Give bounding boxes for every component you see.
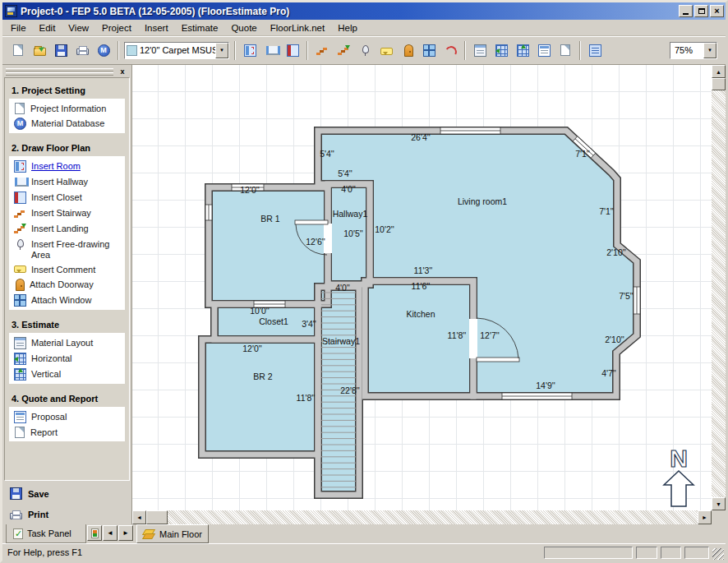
main-floor-label: Main Floor	[159, 529, 202, 539]
sidebar-item-material-layout[interactable]: Material Layout	[9, 335, 125, 351]
scroll-left-button[interactable]: ◄	[132, 510, 146, 524]
sidebar-item-vertical[interactable]: Vertical	[9, 367, 125, 382]
app-window: Project-0 - FEP 5.0 BETA (12-05-2005) (F…	[0, 0, 728, 563]
tab-main-floor[interactable]: Main Floor	[136, 524, 209, 543]
chevron-down-icon[interactable]: ▼	[703, 43, 716, 58]
material-select[interactable]: 12'0" Carpet MSUS▼	[124, 42, 229, 59]
menu-item-estimate[interactable]: Estimate	[175, 21, 225, 35]
menu-item-help[interactable]: Help	[331, 21, 364, 35]
canvas-area: 26'4''5'4''5'4''12'0''4'0''Living room17…	[132, 65, 726, 524]
tab-task-panel[interactable]: Task Panel	[6, 524, 86, 543]
new-button[interactable]	[7, 39, 29, 61]
sidebar-item-label: Insert Comment	[31, 264, 95, 275]
attach-window-icon	[423, 44, 435, 57]
print-button[interactable]	[71, 39, 93, 61]
sidebar-item-report[interactable]: Report	[9, 425, 125, 440]
menu-item-floorlink-net[interactable]: FloorLink.net	[264, 21, 331, 35]
scroll-right-button[interactable]: ►	[698, 510, 712, 524]
horizontal-scroll-thumb[interactable]	[146, 510, 168, 524]
menu-item-view[interactable]: View	[62, 21, 95, 35]
proposal-button[interactable]	[533, 39, 555, 61]
sidebar-item-horizontal[interactable]: Horizontal	[9, 351, 125, 367]
zoom-select[interactable]: 75%▼	[670, 42, 717, 59]
sidebar-item-insert-comment[interactable]: Insert Comment	[9, 262, 125, 277]
panel-grip[interactable]: x	[4, 66, 130, 77]
sidebar-item-label: Insert Room	[31, 160, 81, 172]
sidebar-item-insert-free-drawing-area[interactable]: Insert Free-drawing Area	[9, 237, 125, 262]
attach-window-button[interactable]	[418, 39, 440, 61]
insert-stairway-button[interactable]	[311, 39, 333, 61]
sidebar-item-insert-landing[interactable]: Insert Landing	[9, 221, 125, 237]
toolbar-separator	[579, 41, 581, 60]
material-layout-button[interactable]	[469, 39, 491, 61]
insert-hallway-button[interactable]	[260, 39, 282, 61]
chevron-down-icon[interactable]: ▼	[215, 43, 228, 58]
maximize-icon	[698, 8, 705, 14]
insert-room-icon	[244, 44, 256, 57]
sidebar-item-attach-window[interactable]: Attach Window	[9, 293, 125, 308]
sidebar-item-insert-stairway[interactable]: Insert Stairway	[9, 205, 125, 221]
minimize-button[interactable]	[679, 5, 693, 17]
open-button[interactable]	[29, 39, 50, 61]
material-db-button[interactable]	[93, 39, 114, 61]
panel-view-icon	[91, 528, 99, 538]
sidebar-item-project-information[interactable]: Project Information	[9, 101, 125, 116]
free-drawing-button[interactable]	[354, 39, 376, 61]
panel-prev-button[interactable]: ◄	[103, 525, 117, 541]
sidebar-item-insert-room[interactable]: Insert Room	[9, 159, 125, 174]
title-bar[interactable]: Project-0 - FEP 5.0 BETA (12-05-2005) (F…	[2, 2, 726, 20]
plan-label: 11'6''	[412, 281, 431, 291]
floorplan-viewport[interactable]: 26'4''5'4''5'4''12'0''4'0''Living room17…	[132, 65, 712, 510]
sidebar-item-attach-doorway[interactable]: Attach Doorway	[9, 277, 125, 293]
sidebar-item-insert-hallway[interactable]: Insert Hallway	[9, 174, 125, 190]
plan-label: 7'1''	[599, 206, 614, 216]
tab-row: Task Panel ◄ ► Main Floor	[2, 524, 726, 543]
attach-doorway-icon	[16, 279, 25, 291]
attach-doorway-button[interactable]	[397, 39, 418, 61]
document-view-button[interactable]	[584, 39, 606, 61]
floorplan-canvas[interactable]: 26'4''5'4''5'4''12'0''4'0''Living room17…	[132, 65, 711, 510]
insert-closet-button[interactable]	[282, 39, 303, 61]
panel-close-button[interactable]: x	[117, 66, 128, 76]
sidebar-print[interactable]: Print	[2, 505, 131, 524]
menu-item-file[interactable]: File	[4, 21, 33, 35]
sidebar-save[interactable]: Save	[2, 482, 131, 505]
status-cell-3	[661, 547, 681, 559]
maximize-button[interactable]	[694, 5, 708, 17]
section-header-3-estimate: 3. Estimate	[5, 317, 129, 333]
sidebar-item-insert-closet[interactable]: Insert Closet	[9, 190, 125, 205]
scroll-up-button[interactable]: ▲	[712, 65, 726, 78]
insert-comment-button[interactable]	[376, 39, 397, 61]
report-icon	[15, 427, 25, 438]
vertical-scrollbar[interactable]: ▲ ▼	[712, 65, 726, 510]
plan-label: BR 2	[253, 371, 273, 381]
menu-item-insert[interactable]: Insert	[138, 21, 175, 35]
panel-next-button[interactable]: ►	[118, 525, 133, 541]
horizontal-scrollbar[interactable]: ◄ ►	[132, 510, 712, 524]
insert-landing-button[interactable]	[333, 39, 354, 61]
panel-view-button[interactable]	[87, 525, 102, 541]
sidebar-item-label: Insert Closet	[31, 192, 82, 203]
status-cell-4	[684, 547, 709, 559]
material-db-icon	[98, 44, 110, 57]
plan-label: 3'4''	[302, 319, 316, 329]
insert-room-button[interactable]	[239, 39, 260, 61]
menu-item-quote[interactable]: Quote	[224, 21, 263, 35]
plan-label: Living room1	[458, 196, 507, 206]
sidebar-item-material-database[interactable]: Material Database	[9, 116, 125, 132]
resize-grip[interactable]	[712, 548, 724, 560]
plan-label: 5'4''	[320, 149, 334, 159]
vertical-scroll-thumb[interactable]	[712, 78, 726, 90]
close-button[interactable]: ×	[710, 5, 724, 17]
menu-item-project[interactable]: Project	[95, 21, 138, 35]
new-icon	[13, 44, 23, 56]
horizontal-estimate-button[interactable]	[491, 39, 512, 61]
arc-tool-button[interactable]	[440, 39, 461, 61]
report-button[interactable]	[555, 39, 576, 61]
vertical-estimate-button[interactable]	[512, 39, 533, 61]
menu-item-edit[interactable]: Edit	[33, 21, 62, 35]
save-button[interactable]	[50, 39, 71, 61]
menu-bar: FileEditViewProjectInsertEstimateQuoteFl…	[2, 20, 726, 36]
scroll-down-button[interactable]: ▼	[712, 497, 726, 510]
sidebar-item-proposal[interactable]: Proposal	[9, 409, 125, 425]
